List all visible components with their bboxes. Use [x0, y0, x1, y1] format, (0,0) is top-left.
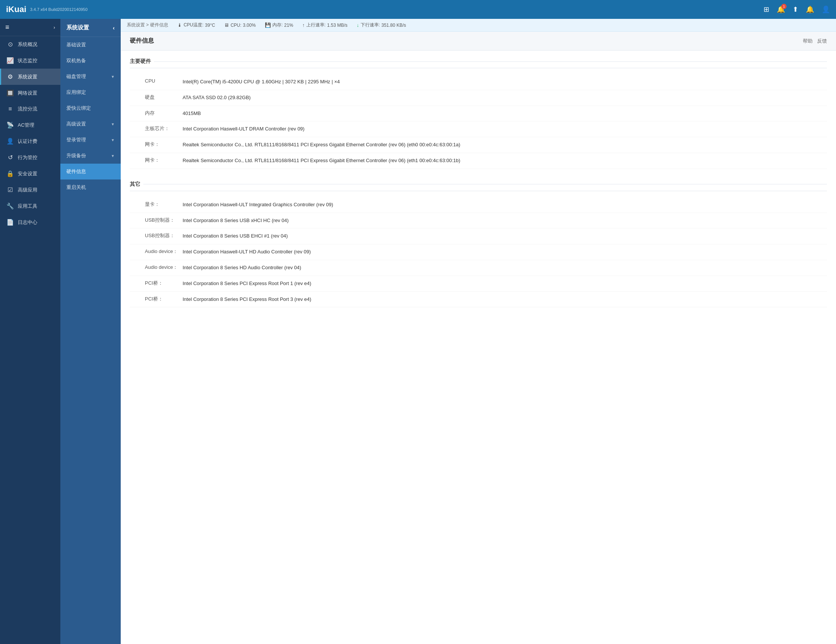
- sub-sidebar: 系统设置 ‹ 基础设置 双机热备 磁盘管理 ▼ 应用绑定 爱快云绑定 高级设置 …: [60, 19, 121, 644]
- nic1-label-text: 网卡：: [130, 141, 183, 148]
- sidebar-label-logs: 日志中心: [18, 219, 38, 226]
- sidebar-label-behavior: 行为管控: [18, 154, 38, 161]
- memory-row: 内存 4015MB: [130, 106, 827, 122]
- feedback-button[interactable]: 反馈: [817, 38, 827, 44]
- sub-item-upgrade[interactable]: 升级备份 ▼: [60, 148, 121, 164]
- usb1-row: USB控制器： Intel Corporation 8 Series USB x…: [130, 213, 827, 229]
- sub-item-label-upgrade: 升级备份: [66, 152, 86, 159]
- sub-item-login[interactable]: 登录管理 ▼: [60, 132, 121, 148]
- dashboard-icon: ⊙: [7, 41, 14, 48]
- user-icon[interactable]: 👤: [822, 5, 830, 13]
- sub-item-advanced-settings[interactable]: 高级设置 ▼: [60, 116, 121, 132]
- upload-arrow-icon: ↑: [302, 22, 305, 28]
- gpu-label-text: 显卡：: [130, 201, 183, 208]
- sidebar-label-dashboard: 系统概况: [18, 41, 38, 48]
- download-value: 351.80 KB/s: [381, 23, 406, 28]
- notification-icon[interactable]: 🔔 1: [777, 5, 785, 13]
- upload-icon[interactable]: ⬆: [793, 5, 798, 13]
- section-divider: [154, 62, 827, 62]
- pci1-value-text: Intel Corporation 8 Series PCI Express R…: [183, 280, 827, 288]
- sub-item-basic[interactable]: 基础设置: [60, 37, 121, 53]
- sidebar-item-monitor[interactable]: 📈 状态监控: [0, 52, 60, 68]
- sub-item-hardware[interactable]: 硬件信息: [60, 164, 121, 179]
- usb1-label-text: USB控制器：: [130, 217, 183, 223]
- audio1-value-text: Intel Corporation Haswell-ULT HD Audio C…: [183, 248, 827, 256]
- bell-icon[interactable]: 🔔: [806, 5, 814, 13]
- nic2-label-text: 网卡：: [130, 157, 183, 164]
- sidebar-item-network[interactable]: 🔲 网络设置: [0, 85, 60, 101]
- sidebar-label-security: 安全设置: [18, 170, 38, 177]
- other-hardware-section-title: 其它: [130, 181, 827, 191]
- traffic-icon: ≡: [7, 106, 14, 112]
- page-header: 硬件信息 帮助 反馈: [121, 32, 836, 51]
- page: 硬件信息 帮助 反馈 主要硬件 CPU Intel(R) Core(TM) i5…: [121, 32, 836, 644]
- sub-sidebar-header: 系统设置 ‹: [60, 19, 121, 37]
- behavior-icon: ↺: [7, 154, 14, 161]
- cpu-temp-status: 🌡 CPU温度: 39°C: [177, 22, 215, 28]
- pci2-label-text: PCI桥：: [130, 296, 183, 302]
- motherboard-row: 主板芯片： Intel Corporation Haswell-ULT DRAM…: [130, 121, 827, 137]
- download-status: ↓ 下行速率: 351.80 KB/s: [356, 22, 406, 28]
- sub-item-dual[interactable]: 双机热备: [60, 53, 121, 68]
- sub-item-reboot[interactable]: 重启关机: [60, 179, 121, 195]
- main-layout: ≡ › ⊙ 系统概况 📈 状态监控 ⚙ 系统设置 🔲 网络设置 ≡ 流控分流 📡…: [0, 19, 836, 644]
- other-hardware-section: 其它 显卡： Intel Corporation Haswell-ULT Int…: [130, 181, 827, 308]
- status-bar: 系统设置 > 硬件信息 🌡 CPU温度: 39°C 🖥 CPU: 3.00% 💾…: [121, 19, 836, 32]
- nic1-row: 网卡： Realtek Semiconductor Co., Ltd. RTL8…: [130, 137, 827, 153]
- sub-item-label-hardware: 硬件信息: [66, 168, 86, 175]
- help-button[interactable]: 帮助: [803, 38, 813, 44]
- sub-item-disk[interactable]: 磁盘管理 ▼: [60, 68, 121, 85]
- cpu-value: 3.00%: [243, 23, 256, 28]
- sub-item-label-advanced: 高级设置: [66, 121, 86, 127]
- sub-sidebar-collapse-icon[interactable]: ‹: [113, 24, 115, 31]
- sidebar-toggle[interactable]: ≡ ›: [0, 19, 60, 36]
- mem-value: 21%: [284, 23, 293, 28]
- sub-item-label-appbind: 应用绑定: [66, 89, 86, 96]
- page-actions: 帮助 反馈: [803, 38, 827, 44]
- sidebar-item-ac[interactable]: 📡 AC管理: [0, 117, 60, 133]
- sub-item-label-reboot: 重启关机: [66, 184, 86, 191]
- advanced-icon: ☑: [7, 186, 14, 193]
- audio1-label-text: Audio device：: [130, 248, 183, 255]
- download-label: 下行速率:: [361, 22, 380, 28]
- sub-item-appbind[interactable]: 应用绑定: [60, 85, 121, 100]
- sidebar-item-logs[interactable]: 📄 日志中心: [0, 214, 60, 230]
- sub-item-label-dual: 双机热备: [66, 57, 86, 64]
- sidebar-item-system[interactable]: ⚙ 系统设置: [0, 68, 60, 85]
- memory-icon: 💾: [265, 22, 271, 28]
- sidebar-item-tools[interactable]: 🔧 应用工具: [0, 198, 60, 214]
- main-content: 系统设置 > 硬件信息 🌡 CPU温度: 39°C 🖥 CPU: 3.00% 💾…: [121, 19, 836, 644]
- auth-icon: 👤: [7, 138, 14, 145]
- pci1-label-text: PCI桥：: [130, 280, 183, 287]
- disk-arrow-icon: ▼: [111, 75, 115, 79]
- logs-icon: 📄: [7, 219, 14, 226]
- gpu-value-text: Intel Corporation Haswell-ULT Integrated…: [183, 201, 827, 209]
- audio2-value-text: Intel Corporation 8 Series HD Audio Cont…: [183, 264, 827, 272]
- pci1-row: PCI桥： Intel Corporation 8 Series PCI Exp…: [130, 276, 827, 292]
- sidebar-item-security[interactable]: 🔒 安全设置: [0, 166, 60, 182]
- sidebar-item-behavior[interactable]: ↺ 行为管控: [0, 149, 60, 166]
- pci2-row: PCI桥： Intel Corporation 8 Series PCI Exp…: [130, 292, 827, 308]
- advanced-arrow-icon: ▼: [111, 122, 115, 126]
- sidebar-item-auth[interactable]: 👤 认证计费: [0, 133, 60, 149]
- top-header: iKuai 3.4.7 x64 Build2020012140950 ⊞ 🔔 1…: [0, 0, 836, 19]
- audio1-row: Audio device： Intel Corporation Haswell-…: [130, 245, 827, 260]
- sidebar-item-traffic[interactable]: ≡ 流控分流: [0, 101, 60, 117]
- sidebar-item-dashboard[interactable]: ⊙ 系统概况: [0, 36, 60, 52]
- grid-icon[interactable]: ⊞: [764, 5, 769, 13]
- usb2-value-text: Intel Corporation 8 Series USB EHCI #1 (…: [183, 232, 827, 240]
- motherboard-value-text: Intel Corporation Haswell-ULT DRAM Contr…: [183, 125, 827, 133]
- security-icon: 🔒: [7, 170, 14, 177]
- login-arrow-icon: ▼: [111, 138, 115, 142]
- sub-item-label-disk: 磁盘管理: [66, 73, 86, 80]
- mem-status: 💾 内存: 21%: [265, 22, 293, 28]
- download-arrow-icon: ↓: [356, 22, 359, 28]
- app-logo: iKuai: [6, 5, 26, 14]
- usb1-value-text: Intel Corporation 8 Series USB xHCI HC (…: [183, 217, 827, 225]
- thermometer-icon: 🌡: [177, 22, 182, 28]
- disk-row: 硬盘 ATA SATA SSD 02.0 (29.82GB): [130, 90, 827, 106]
- nic2-row: 网卡： Realtek Semiconductor Co., Ltd. RTL8…: [130, 153, 827, 169]
- memory-label-text: 内存: [130, 110, 183, 116]
- sub-item-cloud[interactable]: 爱快云绑定: [60, 100, 121, 116]
- sidebar-item-advanced[interactable]: ☑ 高级应用: [0, 182, 60, 198]
